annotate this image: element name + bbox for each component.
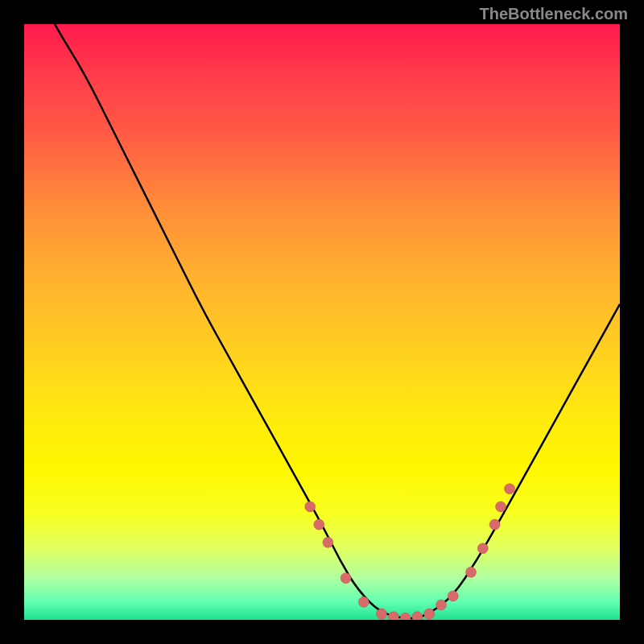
watermark-text: TheBottleneck.com: [480, 5, 628, 23]
data-point: [466, 567, 477, 577]
data-point: [489, 519, 500, 530]
data-point: [436, 600, 447, 610]
data-point: [477, 543, 488, 554]
data-point: [323, 537, 333, 547]
data-point: [424, 609, 435, 619]
data-point: [314, 519, 324, 530]
data-point: [496, 502, 506, 512]
bottleneck-curve: [24, 24, 620, 618]
data-point: [305, 502, 316, 512]
data-point: [341, 573, 351, 584]
plot-area: [24, 24, 620, 620]
data-point: [505, 484, 515, 494]
data-point: [388, 612, 398, 620]
data-point: [377, 609, 387, 619]
data-point: [412, 612, 423, 620]
data-point: [400, 613, 411, 620]
data-point: [448, 591, 458, 601]
curve-group: [24, 24, 620, 618]
data-point: [358, 597, 369, 607]
chart-svg: [24, 24, 620, 620]
